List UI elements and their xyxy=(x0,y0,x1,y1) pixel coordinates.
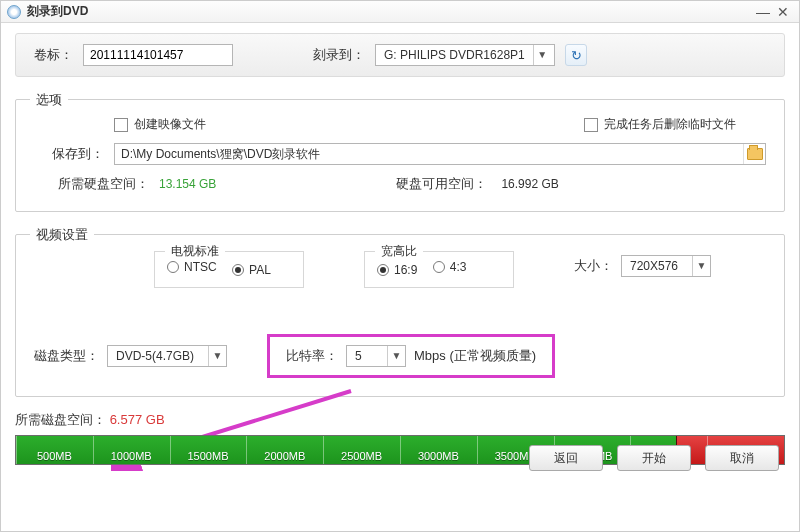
video-settings-group: 视频设置 电视标准 NTSC PAL 宽高比 16:9 4:3 大小： 720X… xyxy=(15,234,785,397)
bitrate-highlight-box: 比特率： 5 ▼ Mbps (正常视频质量) xyxy=(267,334,555,378)
video-legend: 视频设置 xyxy=(30,226,94,244)
bitrate-unit: Mbps (正常视频质量) xyxy=(414,347,536,365)
options-legend: 选项 xyxy=(30,91,68,109)
size-label: 大小： xyxy=(574,257,613,275)
aspect-43-radio[interactable]: 4:3 xyxy=(433,260,467,274)
close-button[interactable]: ✕ xyxy=(773,5,793,19)
minimize-button[interactable]: — xyxy=(753,5,773,19)
tv-standard-group: 电视标准 NTSC PAL xyxy=(154,251,304,288)
tv-standard-legend: 电视标准 xyxy=(165,243,225,260)
required-disk-value: 6.577 GB xyxy=(110,412,165,427)
chevron-down-icon: ▼ xyxy=(208,346,226,366)
radio-selected-icon xyxy=(232,264,244,276)
capacity-tick: 500MB xyxy=(37,450,72,462)
checkbox-icon xyxy=(584,118,598,132)
chevron-down-icon: ▼ xyxy=(387,346,405,366)
chevron-down-icon: ▼ xyxy=(692,256,710,276)
capacity-tick: 2000MB xyxy=(264,450,305,462)
size-value: 720X576 xyxy=(622,257,692,275)
chevron-down-icon: ▼ xyxy=(533,45,551,65)
app-disc-icon xyxy=(7,5,21,19)
aspect-legend: 宽高比 xyxy=(375,243,423,260)
delete-temp-checkbox[interactable]: 完成任务后删除临时文件 xyxy=(584,116,736,133)
refresh-icon: ↻ xyxy=(571,48,582,63)
top-toolbar: 卷标： 刻录到： G: PHILIPS DVDR1628P1 ▼ ↻ xyxy=(15,33,785,77)
titlebar: 刻录到DVD — ✕ xyxy=(1,1,799,23)
start-button[interactable]: 开始 xyxy=(617,445,691,471)
disc-type-select[interactable]: DVD-5(4.7GB) ▼ xyxy=(107,345,227,367)
burn-to-value: G: PHILIPS DVDR1628P1 xyxy=(376,46,533,64)
avail-disk-label: 硬盘可用空间： xyxy=(396,175,487,193)
aspect-ratio-group: 宽高比 16:9 4:3 xyxy=(364,251,514,288)
size-select[interactable]: 720X576 ▼ xyxy=(621,255,711,277)
button-bar: 返回 开始 取消 xyxy=(529,445,779,471)
save-to-value: D:\My Documents\狸窝\DVD刻录软件 xyxy=(115,144,743,165)
save-to-label: 保存到： xyxy=(34,145,104,163)
ntsc-radio[interactable]: NTSC xyxy=(167,260,217,274)
radio-icon xyxy=(433,261,445,273)
window-title: 刻录到DVD xyxy=(27,3,88,20)
need-disk-label: 所需硬盘空间： xyxy=(34,175,149,193)
capacity-tick: 2500MB xyxy=(341,450,382,462)
bitrate-label: 比特率： xyxy=(286,347,338,365)
create-image-label: 创建映像文件 xyxy=(134,116,206,133)
volume-label: 卷标： xyxy=(34,46,73,64)
bitrate-select[interactable]: 5 ▼ xyxy=(346,345,406,367)
burn-to-label: 刻录到： xyxy=(313,46,365,64)
need-disk-value: 13.154 GB xyxy=(159,177,216,191)
refresh-button[interactable]: ↻ xyxy=(565,44,587,66)
radio-icon xyxy=(167,261,179,273)
back-button[interactable]: 返回 xyxy=(529,445,603,471)
disc-type-label: 磁盘类型： xyxy=(34,347,99,365)
save-to-input[interactable]: D:\My Documents\狸窝\DVD刻录软件 xyxy=(114,143,766,165)
aspect-169-radio[interactable]: 16:9 xyxy=(377,263,417,277)
avail-disk-value: 16.992 GB xyxy=(501,177,558,191)
create-image-checkbox[interactable]: 创建映像文件 xyxy=(114,116,206,133)
folder-icon xyxy=(747,148,763,160)
capacity-tick: 1500MB xyxy=(187,450,228,462)
required-disk-space: 所需磁盘空间： 6.577 GB xyxy=(15,411,785,429)
volume-input[interactable] xyxy=(83,44,233,66)
checkbox-icon xyxy=(114,118,128,132)
burn-to-select[interactable]: G: PHILIPS DVDR1628P1 ▼ xyxy=(375,44,555,66)
delete-temp-label: 完成任务后删除临时文件 xyxy=(604,116,736,133)
radio-selected-icon xyxy=(377,264,389,276)
bitrate-value: 5 xyxy=(347,347,387,365)
browse-button[interactable] xyxy=(743,144,765,164)
cancel-button[interactable]: 取消 xyxy=(705,445,779,471)
capacity-tick: 3000MB xyxy=(418,450,459,462)
pal-radio[interactable]: PAL xyxy=(232,263,271,277)
capacity-tick: 1000MB xyxy=(111,450,152,462)
required-disk-label: 所需磁盘空间： xyxy=(15,412,106,427)
disc-type-value: DVD-5(4.7GB) xyxy=(108,347,208,365)
options-group: 选项 创建映像文件 完成任务后删除临时文件 保存到： D:\My Documen… xyxy=(15,99,785,212)
